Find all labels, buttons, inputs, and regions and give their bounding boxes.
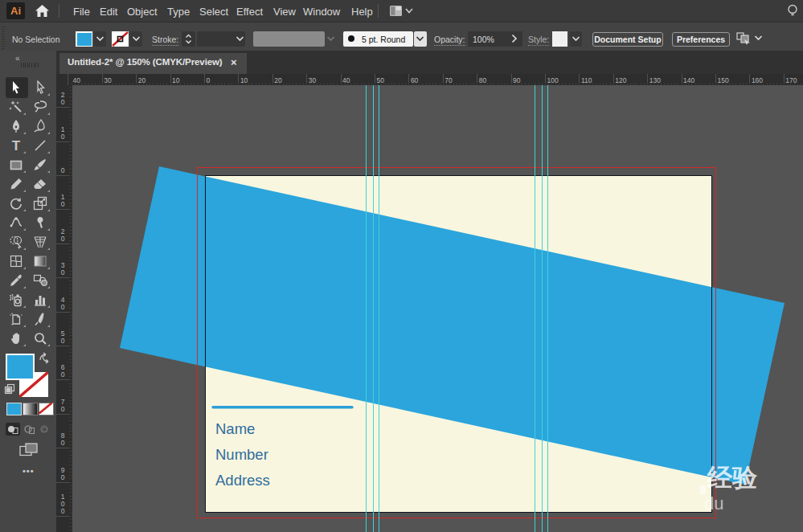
svg-text:T: T	[12, 138, 21, 153]
